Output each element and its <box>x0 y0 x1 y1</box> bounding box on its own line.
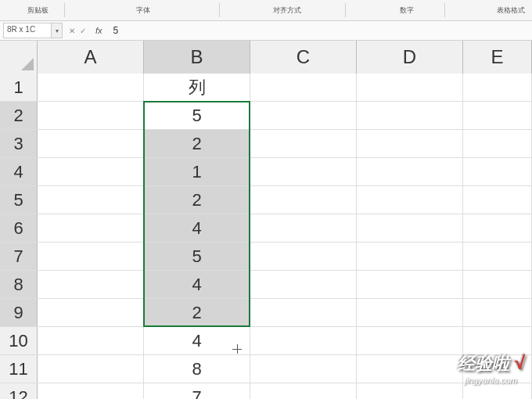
cell[interactable] <box>357 74 463 101</box>
column-header-B[interactable]: B <box>144 41 250 74</box>
cell[interactable] <box>463 158 532 185</box>
cell[interactable] <box>250 327 357 354</box>
cell[interactable] <box>357 327 463 354</box>
cell[interactable]: 7 <box>144 383 250 399</box>
cell[interactable]: 2 <box>144 186 250 214</box>
cell[interactable] <box>357 158 463 185</box>
cell[interactable] <box>463 186 532 214</box>
ribbon-group-clipboard[interactable]: 剪贴板 <box>22 0 53 21</box>
row-header[interactable]: 8 <box>0 271 38 298</box>
cell[interactable] <box>38 102 144 129</box>
cell[interactable] <box>38 355 144 383</box>
row-header[interactable]: 1 <box>0 74 38 101</box>
cell[interactable] <box>38 299 144 326</box>
ribbon-bar: 剪贴板 字体 对齐方式 数字 表格格式 <box>0 0 532 21</box>
row-header[interactable]: 9 <box>0 299 38 326</box>
cell[interactable]: 5 <box>144 243 250 270</box>
cancel-icon[interactable]: ✕ <box>69 27 75 35</box>
table-row: 52 <box>0 186 532 214</box>
cell[interactable] <box>250 214 357 242</box>
cell[interactable] <box>250 383 357 399</box>
cell[interactable]: 5 <box>144 102 250 129</box>
cell[interactable] <box>38 158 144 185</box>
cell[interactable] <box>38 243 144 270</box>
cell[interactable]: 4 <box>144 214 250 242</box>
cell[interactable] <box>463 102 532 129</box>
cell[interactable] <box>357 243 463 270</box>
cell[interactable] <box>38 327 144 354</box>
table-row: 1列 <box>0 74 532 102</box>
table-row: 92 <box>0 299 532 327</box>
cell[interactable] <box>463 130 532 157</box>
cell[interactable] <box>463 327 532 354</box>
cell[interactable] <box>463 271 532 298</box>
cell[interactable] <box>357 299 463 326</box>
row-header[interactable]: 3 <box>0 130 38 157</box>
cell[interactable]: 2 <box>144 299 250 326</box>
confirm-icon[interactable]: ✓ <box>80 27 86 35</box>
cell[interactable] <box>250 355 357 383</box>
row-header[interactable]: 6 <box>0 214 38 242</box>
ribbon-clipboard-label: 剪贴板 <box>27 5 49 16</box>
row-header[interactable]: 10 <box>0 327 38 354</box>
fx-icon[interactable]: fx <box>95 26 102 35</box>
select-all-button[interactable] <box>0 41 38 74</box>
cell[interactable] <box>250 130 357 157</box>
ribbon-group-alignment[interactable]: 对齐方式 <box>268 0 307 21</box>
column-header-E[interactable]: E <box>463 41 532 74</box>
cell[interactable] <box>463 383 532 399</box>
cell[interactable]: 4 <box>144 327 250 354</box>
cell[interactable] <box>250 299 357 326</box>
formula-input[interactable] <box>109 23 532 38</box>
cell[interactable] <box>250 158 357 185</box>
cell[interactable] <box>463 74 532 101</box>
table-row: 84 <box>0 271 532 299</box>
cell[interactable] <box>250 243 357 270</box>
cell[interactable] <box>38 186 144 214</box>
cell[interactable]: 4 <box>144 271 250 298</box>
cell[interactable] <box>357 214 463 242</box>
ribbon-group-number[interactable]: 数字 <box>387 0 426 21</box>
row-header[interactable]: 4 <box>0 158 38 185</box>
cell[interactable] <box>357 102 463 129</box>
row-header[interactable]: 5 <box>0 186 38 214</box>
row-header[interactable]: 2 <box>0 102 38 129</box>
column-header-C[interactable]: C <box>250 41 357 74</box>
cell[interactable] <box>357 383 463 399</box>
cell[interactable] <box>357 271 463 298</box>
cell[interactable] <box>463 243 532 270</box>
watermark-url: jingyanla.com <box>458 376 524 385</box>
watermark: 经验啦 √ jingyanla.com <box>458 352 524 385</box>
column-header-A[interactable]: A <box>38 41 144 74</box>
cell[interactable] <box>357 355 463 383</box>
cell[interactable] <box>463 214 532 242</box>
row-header[interactable]: 11 <box>0 355 38 383</box>
ribbon-group-format[interactable]: 表格格式 <box>489 0 532 21</box>
column-header-D[interactable]: D <box>357 41 463 74</box>
cell[interactable]: 列 <box>144 74 250 101</box>
row-header[interactable]: 7 <box>0 243 38 270</box>
cell[interactable] <box>463 299 532 326</box>
cell[interactable] <box>38 214 144 242</box>
cell[interactable] <box>357 186 463 214</box>
cell[interactable] <box>357 130 463 157</box>
cell[interactable] <box>38 383 144 399</box>
name-box[interactable]: 8R x 1C <box>3 23 52 38</box>
table-row: 64 <box>0 214 532 243</box>
cell[interactable] <box>250 186 357 214</box>
table-row: 104 <box>0 327 532 355</box>
cell[interactable] <box>250 102 357 129</box>
cell[interactable]: 8 <box>144 355 250 383</box>
cell[interactable] <box>250 74 357 101</box>
namebox-dropdown-icon[interactable]: ▾ <box>52 23 63 38</box>
ribbon-group-font[interactable]: 字体 <box>124 0 163 21</box>
row-header[interactable]: 12 <box>0 383 38 399</box>
cell[interactable] <box>250 271 357 298</box>
cell[interactable] <box>38 74 144 101</box>
cell[interactable]: 2 <box>144 130 250 157</box>
cell[interactable]: 1 <box>144 158 250 185</box>
cell[interactable] <box>38 130 144 157</box>
ribbon-font-label: 字体 <box>136 5 150 16</box>
cell[interactable] <box>38 271 144 298</box>
ribbon-separator <box>444 3 445 17</box>
